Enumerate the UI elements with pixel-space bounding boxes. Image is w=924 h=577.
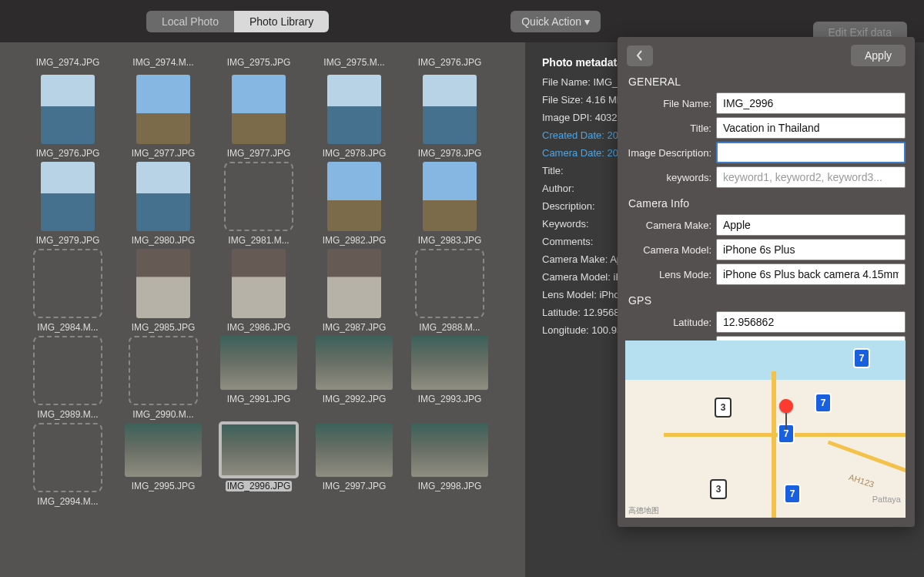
map-view[interactable]: 7 7 7 7 3 3 AH123 Pattaya 高德地图	[625, 340, 906, 518]
thumbnail-cell[interactable]: IMG_2993.JPG	[403, 336, 496, 420]
thumbnail-caption: IMG_2974.JPG	[36, 57, 100, 68]
thumbnail-image	[327, 162, 381, 231]
thumbnail-caption: IMG_2998.JPG	[418, 481, 482, 491]
meta-lat-label: Latitude:	[542, 307, 581, 318]
grid-caption-row0: IMG_2975.M...	[308, 53, 400, 72]
thumbnail-cell[interactable]: IMG_2984.M...	[22, 249, 114, 333]
thumbnail-image	[220, 336, 297, 390]
thumbnail-cell[interactable]: IMG_2987.JPG	[308, 249, 400, 333]
label-title: Title:	[627, 122, 711, 134]
thumbnail-cell[interactable]: IMG_2986.JPG	[213, 249, 305, 333]
thumbnail-cell[interactable]: IMG_2990.M...	[117, 336, 209, 420]
city-label: Pattaya	[872, 495, 901, 504]
meta-title-label: Title:	[542, 165, 564, 176]
input-lens[interactable]	[716, 263, 906, 285]
section-gps: GPS	[628, 294, 906, 307]
meta-dpi-label: Image DPI:	[542, 112, 592, 123]
thumbnail-caption: IMG_2980.JPG	[132, 235, 196, 246]
thumbnail-cell[interactable]: IMG_2991.JPG	[213, 336, 305, 420]
input-title[interactable]	[716, 117, 906, 139]
label-filename: File Name:	[627, 98, 711, 109]
map-pin[interactable]	[779, 399, 793, 430]
thumbnail-caption: IMG_2976.JPG	[36, 148, 100, 159]
thumbnail-caption: IMG_2982.JPG	[323, 235, 387, 246]
placeholder-icon	[415, 249, 484, 318]
grid-caption-row0: IMG_2974.M...	[117, 53, 209, 72]
thumbnail-caption: IMG_2984.M...	[37, 322, 98, 333]
thumbnail-cell[interactable]: IMG_2981.M...	[213, 162, 305, 246]
input-keywords[interactable]	[716, 166, 906, 188]
thumbnail-image	[136, 249, 190, 318]
thumbnail-cell[interactable]: IMG_2976.JPG	[22, 75, 114, 159]
quick-action-button[interactable]: Quick Action ▾	[511, 11, 601, 32]
thumbnail-cell[interactable]: IMG_2995.JPG	[117, 423, 209, 507]
thumbnail-cell[interactable]: IMG_2979.JPG	[22, 162, 114, 246]
thumbnail-image	[411, 336, 488, 390]
placeholder-icon	[33, 336, 102, 405]
source-tabs: Local Photo Photo Library	[146, 11, 329, 32]
thumbnail-image	[316, 336, 393, 390]
thumbnail-cell[interactable]: IMG_2985.JPG	[117, 249, 209, 333]
thumbnail-caption: IMG_2991.JPG	[227, 394, 291, 404]
thumbnail-caption: IMG_2992.JPG	[323, 394, 387, 404]
thumbnail-cell[interactable]: IMG_2980.JPG	[117, 162, 209, 246]
thumbnail-caption: IMG_2978.JPG	[418, 148, 482, 159]
thumbnail-cell[interactable]: IMG_2978.JPG	[308, 75, 400, 159]
apply-button[interactable]: Apply	[851, 45, 906, 66]
thumbnail-image	[411, 423, 488, 477]
thumbnail-cell[interactable]: IMG_2988.M...	[403, 249, 496, 333]
thumbnail-cell[interactable]: IMG_2996.JPG	[213, 423, 305, 507]
meta-lens-label: Lens Model:	[542, 289, 597, 300]
thumbnail-caption: IMG_2975.M...	[323, 57, 384, 68]
label-make: Camera Make:	[627, 220, 711, 231]
thumbnail-caption: IMG_2988.M...	[419, 322, 480, 333]
thumbnail-caption: IMG_2993.JPG	[418, 394, 482, 404]
thumbnail-cell[interactable]: IMG_2982.JPG	[308, 162, 400, 246]
thumbnail-caption: IMG_2986.JPG	[227, 322, 291, 333]
thumbnail-image	[327, 75, 381, 144]
thumbnail-image	[125, 423, 202, 477]
tab-local-photo[interactable]: Local Photo	[146, 11, 234, 32]
thumbnail-caption: IMG_2983.JPG	[418, 235, 482, 246]
back-button[interactable]	[627, 45, 653, 66]
input-make[interactable]	[716, 214, 906, 236]
route-shield-7d: 7	[784, 484, 801, 504]
thumbnail-cell[interactable]: IMG_2977.JPG	[213, 75, 305, 159]
grid-caption-row0: IMG_2976.JPG	[403, 53, 496, 72]
meta-cameradate-label[interactable]: Camera Date:	[542, 147, 604, 159]
input-lat[interactable]	[716, 311, 906, 333]
thumbnail-caption: IMG_2987.JPG	[323, 322, 387, 333]
thumbnail-cell[interactable]: IMG_2992.JPG	[308, 336, 400, 420]
thumbnail-image	[220, 423, 297, 477]
input-model[interactable]	[716, 239, 906, 260]
tab-photo-library[interactable]: Photo Library	[234, 11, 329, 32]
edit-panel: Apply GENERAL File Name: Title: Image De…	[618, 37, 915, 527]
input-description[interactable]	[716, 142, 906, 163]
thumbnail-cell[interactable]: IMG_2978.JPG	[403, 75, 496, 159]
thumbnail-caption: IMG_2977.JPG	[227, 148, 291, 159]
meta-created-label[interactable]: Created Date:	[542, 129, 604, 141]
section-camera: Camera Info	[628, 197, 906, 210]
placeholder-icon	[33, 423, 102, 492]
thumbnail-cell[interactable]: IMG_2994.M...	[22, 423, 114, 507]
input-filename[interactable]	[716, 92, 906, 114]
thumbnail-image	[136, 75, 190, 144]
meta-comments-label: Comments:	[542, 236, 593, 247]
toolbar: Local Photo Photo Library Quick Action ▾…	[0, 0, 924, 42]
thumbnail-caption: IMG_2975.JPG	[227, 57, 291, 68]
route-shield-7b: 7	[815, 393, 832, 413]
thumbnail-cell[interactable]: IMG_2998.JPG	[403, 423, 496, 507]
thumbnail-cell[interactable]: IMG_2977.JPG	[117, 75, 209, 159]
meta-lon-label: Longitude:	[542, 324, 589, 336]
thumbnail-cell[interactable]: IMG_2983.JPG	[403, 162, 496, 246]
thumbnail-image	[41, 162, 95, 231]
thumbnail-image	[41, 75, 95, 144]
thumbnail-cell[interactable]: IMG_2989.M...	[22, 336, 114, 420]
meta-model-label: Camera Model:	[542, 271, 611, 283]
thumbnail-caption: IMG_2995.JPG	[132, 481, 196, 491]
meta-keywords-label: Keywords:	[542, 218, 589, 230]
route-shield-3b: 3	[715, 398, 732, 418]
label-keywords: keywords:	[627, 172, 711, 183]
thumbnail-cell[interactable]: IMG_2997.JPG	[308, 423, 400, 507]
thumbnail-caption: IMG_2985.JPG	[132, 322, 196, 333]
